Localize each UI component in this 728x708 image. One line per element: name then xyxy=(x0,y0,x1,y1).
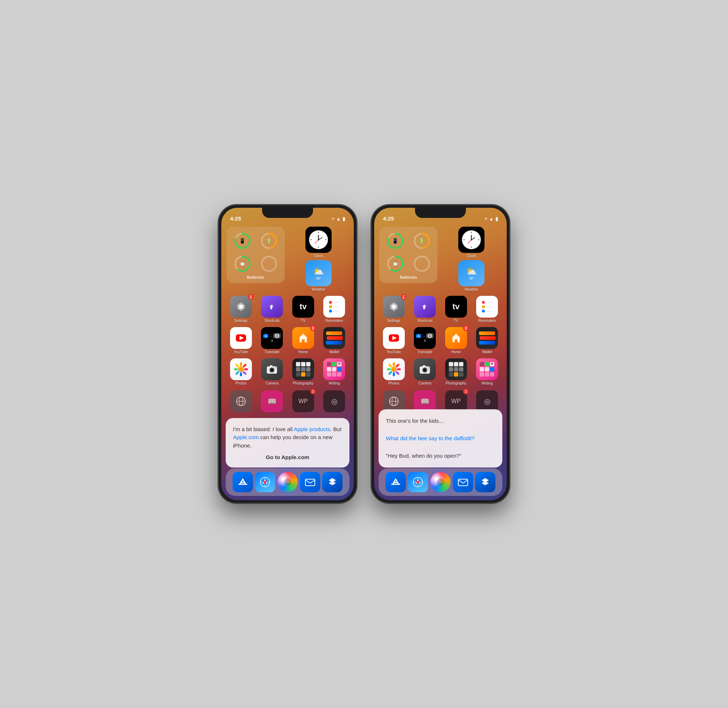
dock-mail[interactable] xyxy=(300,472,320,492)
svg-point-31 xyxy=(234,368,238,370)
app-grid-row1: 1 Settings xyxy=(221,295,354,324)
app-weather-top[interactable]: ⛅ 72° Weather xyxy=(288,260,349,292)
siri-btn-icon-2[interactable] xyxy=(430,472,450,492)
app-shortcuts-2[interactable]: Shortcuts xyxy=(411,296,440,323)
home-label: Home xyxy=(298,350,308,354)
partial-app-2[interactable]: 📖 xyxy=(258,390,287,412)
partial-app-2-2[interactable]: 📖 xyxy=(411,390,440,412)
dock-siri-2[interactable] xyxy=(430,472,450,492)
dock-dropbox[interactable] xyxy=(322,472,343,492)
svg-point-16 xyxy=(318,239,319,241)
dock-safari[interactable] xyxy=(255,472,275,492)
app-translate-2[interactable]: A ↔ 文 Translate xyxy=(411,327,440,354)
dock-1 xyxy=(226,468,349,496)
battery-phone1: 📱 xyxy=(230,230,254,251)
phone2-icon: 🔋 xyxy=(266,238,272,244)
app-reminders-2[interactable]: Reminders xyxy=(473,296,502,323)
dock-appstore[interactable] xyxy=(232,472,253,492)
home-badge-2: 2 xyxy=(463,325,469,331)
app-writing-2[interactable]: B Writing xyxy=(473,358,502,385)
partial-app-2-1[interactable] xyxy=(379,390,408,412)
app-clock-top-2[interactable]: Clock xyxy=(441,227,501,258)
watch-icon: ⌚ xyxy=(240,261,246,267)
app-camera-2[interactable]: Camera xyxy=(411,358,440,385)
siri-btn-icon[interactable] xyxy=(278,472,298,492)
siri-text-pre: I'm a bit biased: I love all xyxy=(233,426,294,432)
dock-dropbox-2[interactable] xyxy=(475,472,496,492)
app-photography[interactable]: Photography xyxy=(289,358,318,385)
tv-label-2: TV xyxy=(453,319,458,323)
app-home[interactable]: 2 Home xyxy=(289,327,318,354)
batteries-widget[interactable]: 📱 🔋 xyxy=(227,227,285,283)
svg-rect-91 xyxy=(423,365,426,367)
photos-label: Photos xyxy=(235,381,246,385)
tv-icon-2: tv xyxy=(445,296,467,318)
app-reminders[interactable]: Reminders xyxy=(320,296,349,323)
dropbox-dock-icon xyxy=(322,472,343,492)
siri-panel-1: I'm a bit biased: I love all Apple produ… xyxy=(226,418,349,468)
app-wallet[interactable]: Wallet xyxy=(320,327,349,354)
shortcuts-label: Shortcuts xyxy=(264,319,279,323)
writing-label: Writing xyxy=(329,381,340,385)
svg-rect-37 xyxy=(270,365,273,367)
dock-siri[interactable] xyxy=(278,472,298,492)
app-youtube[interactable]: YouTube xyxy=(227,327,256,354)
app-writing[interactable]: B Writing xyxy=(320,358,349,385)
svg-marker-51 xyxy=(329,481,336,485)
app-camera[interactable]: Camera xyxy=(258,358,287,385)
weather-label: Weather xyxy=(312,287,325,292)
siri-link-2[interactable]: Apple.com xyxy=(233,434,259,440)
youtube-label-2: YouTube xyxy=(387,350,401,354)
app-shortcuts[interactable]: Shortcuts xyxy=(258,296,287,323)
app-wallet-2[interactable]: Wallet xyxy=(473,327,502,354)
partial-app-1[interactable] xyxy=(227,390,256,412)
tv-label: TV xyxy=(301,319,305,323)
batteries-widget-2[interactable]: 📱 🔋 xyxy=(379,227,437,283)
settings-badge-2: 1 xyxy=(401,294,407,300)
app-photography-2[interactable]: Photography xyxy=(442,358,471,385)
wallet-icon-2 xyxy=(476,327,498,349)
svg-point-70 xyxy=(471,239,472,241)
home-badge: 2 xyxy=(310,325,316,331)
svg-rect-103 xyxy=(458,479,468,486)
svg-point-83 xyxy=(393,372,395,376)
partial-app-3[interactable]: 3 WP xyxy=(289,390,318,412)
app-photos[interactable]: Photos xyxy=(227,358,256,385)
app-tv[interactable]: tv TV xyxy=(289,296,318,323)
batteries-label-2: Batteries xyxy=(383,275,434,279)
battery-watch: ⌚ xyxy=(230,254,254,275)
photography-icon xyxy=(292,358,314,380)
app-settings-2[interactable]: 1 Settings xyxy=(379,296,408,323)
app-translate[interactable]: A ↔ 文 Translate xyxy=(258,327,287,354)
app-settings[interactable]: 1 Settings xyxy=(227,296,256,323)
app-photos-2[interactable]: Photos xyxy=(379,358,408,385)
dock-safari-2[interactable] xyxy=(408,472,428,492)
battery-icon-2: ▮ xyxy=(496,216,498,222)
battery-circle-phone1: 📱 xyxy=(233,231,252,250)
writing-icon: B xyxy=(323,358,345,380)
tv-icon: tv xyxy=(292,296,314,318)
partial-app-4[interactable]: ◎ xyxy=(320,390,349,412)
notch-1 xyxy=(262,208,313,218)
battery-phone2-2: 🔋 xyxy=(410,230,434,251)
partial-app-2-3[interactable]: 3 WP xyxy=(442,390,471,412)
siri-action-btn[interactable]: Go to Apple.com xyxy=(233,454,342,460)
appstore-dock-icon-2 xyxy=(385,472,406,492)
dock-appstore-2[interactable] xyxy=(385,472,406,492)
app-clock-top[interactable]: Clock xyxy=(288,227,349,258)
wallet-icon xyxy=(323,327,345,349)
app-home-2[interactable]: 2 Home xyxy=(442,327,471,354)
siri-text-mid: . But xyxy=(330,426,341,432)
weather-label-2: Weather xyxy=(465,287,478,292)
siri-joke-content: This one's for the kids... What did the … xyxy=(386,416,495,460)
partial-app-2-4[interactable]: ◎ xyxy=(473,390,502,412)
app-weather-top-2[interactable]: ⛅ 72° Weather xyxy=(441,260,501,292)
app-youtube-2[interactable]: YouTube xyxy=(379,327,408,354)
location-icon: ↗ xyxy=(331,217,334,221)
youtube-label: YouTube xyxy=(234,350,248,354)
settings-label: Settings xyxy=(234,319,247,323)
siri-link-1[interactable]: Apple products xyxy=(294,426,330,432)
siri-joke-question: What did the bee say to the daffodil? xyxy=(386,434,495,443)
app-tv-2[interactable]: tv TV xyxy=(442,296,471,323)
dock-mail-2[interactable] xyxy=(453,472,473,492)
